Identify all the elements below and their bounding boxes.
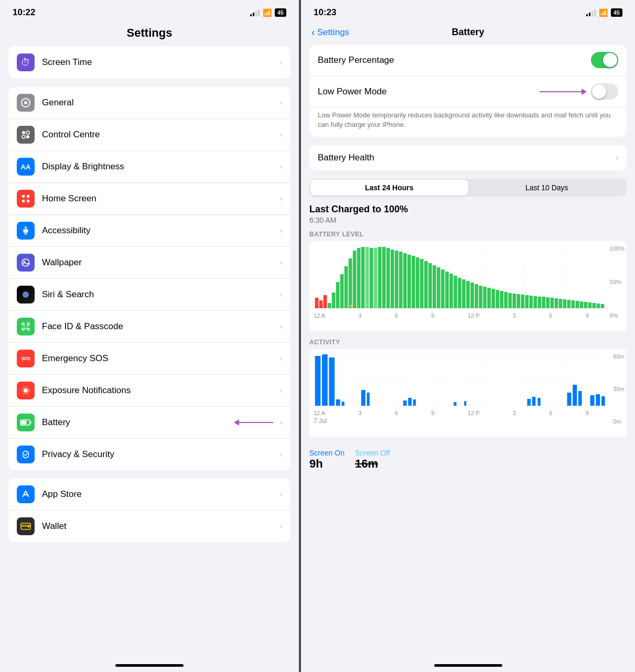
settings-group-1: General › Control Centre › [8, 87, 290, 470]
accessibility-row[interactable]: Accessibility › [8, 215, 290, 247]
svg-rect-51 [357, 248, 361, 308]
siri-search-row[interactable]: Siri & Search › [8, 279, 290, 311]
back-button[interactable]: ‹ Settings [311, 26, 349, 38]
svg-rect-49 [349, 258, 352, 308]
svg-rect-129 [413, 399, 416, 406]
svg-rect-59 [391, 250, 394, 308]
time-selector: Last 24 Hours Last 10 Days [309, 179, 627, 197]
battery-percentage-toggle[interactable] [591, 52, 618, 68]
home-screen-row[interactable]: Home Screen › [8, 183, 290, 215]
low-power-mode-row[interactable]: Low Power Mode [309, 76, 627, 107]
svg-rect-88 [512, 294, 516, 308]
screen-time-row[interactable]: ⏱ Screen Time › [8, 46, 290, 79]
svg-rect-104 [580, 301, 584, 308]
svg-rect-102 [572, 300, 575, 308]
svg-rect-89 [516, 294, 520, 308]
last-10-days-button[interactable]: Last 10 Days [468, 180, 626, 196]
svg-rect-54 [370, 248, 373, 308]
svg-rect-137 [578, 391, 582, 406]
svg-rect-60 [395, 251, 399, 308]
battery-percentage-thumb [603, 53, 617, 67]
svg-rect-98 [554, 298, 558, 308]
svg-point-1 [24, 101, 27, 104]
battery-health-row[interactable]: Battery Health › [309, 145, 627, 170]
svg-rect-140 [601, 396, 605, 406]
control-centre-row[interactable]: Control Centre › [8, 119, 290, 151]
app-store-row[interactable]: App Store › [8, 479, 290, 511]
svg-rect-87 [508, 293, 512, 308]
screen-time-chevron: › [279, 58, 282, 67]
battery-row[interactable]: Battery › [8, 407, 290, 439]
right-status-icons: 📶 45 [586, 8, 622, 17]
battery-toggles-card: Battery Percentage Low Power Mode [309, 45, 627, 137]
svg-rect-58 [386, 248, 390, 308]
svg-rect-64 [412, 256, 415, 308]
svg-rect-63 [407, 255, 411, 308]
svg-rect-124 [341, 402, 344, 406]
svg-rect-94 [537, 297, 541, 308]
screen-time-label: Screen Time [42, 57, 92, 68]
left-battery-badge: 45 [275, 8, 286, 17]
svg-point-21 [27, 326, 28, 327]
svg-rect-73 [449, 274, 453, 308]
face-id-icon [17, 318, 35, 335]
emergency-sos-label: Emergency SOS [42, 353, 109, 364]
settings-title: Settings [0, 22, 299, 46]
last-charged-title: Last Charged to 100% [309, 204, 627, 215]
siri-search-chevron: › [279, 290, 282, 299]
face-id-row[interactable]: Face ID & Passcode › [8, 311, 290, 343]
left-status-icons: 📶 45 [250, 8, 286, 17]
svg-rect-53 [365, 247, 369, 308]
svg-rect-67 [424, 261, 428, 308]
emergency-sos-row[interactable]: SOS Emergency SOS › [8, 343, 290, 375]
svg-rect-57 [382, 247, 386, 308]
svg-point-22 [24, 388, 28, 393]
control-centre-label: Control Centre [42, 129, 100, 140]
privacy-security-row[interactable]: Privacy & Security › [8, 439, 290, 470]
svg-rect-96 [546, 297, 550, 308]
svg-rect-61 [399, 252, 403, 308]
svg-rect-134 [537, 398, 540, 406]
right-home-bar [434, 664, 502, 667]
svg-rect-84 [496, 290, 499, 308]
display-brightness-icon: AA [17, 158, 35, 176]
right-phone: 10:23 📶 45 ‹ Settings Battery Battery Pe… [299, 0, 635, 672]
accessibility-icon [17, 222, 35, 240]
battery-y-50: 50% [610, 279, 625, 285]
screen-off-stat: Screen Off 16m [355, 449, 390, 471]
svg-rect-83 [491, 289, 495, 308]
battery-icon [17, 414, 35, 431]
last-24-hours-button[interactable]: Last 24 Hours [310, 180, 468, 196]
battery-health-chevron: › [616, 153, 618, 162]
emergency-sos-chevron: › [279, 354, 282, 363]
exposure-notifications-chevron: › [279, 386, 282, 395]
svg-rect-122 [329, 357, 335, 406]
display-brightness-label: Display & Brightness [42, 161, 124, 172]
general-row[interactable]: General › [8, 87, 290, 119]
battery-percentage-row[interactable]: Battery Percentage [309, 45, 627, 76]
svg-rect-18 [22, 328, 24, 330]
low-power-mode-toggle[interactable] [591, 83, 618, 100]
wallpaper-row[interactable]: Wallpaper › [8, 247, 290, 279]
accessibility-label: Accessibility [42, 225, 91, 236]
svg-rect-81 [483, 287, 487, 308]
screen-on-stat: Screen On 9h [309, 449, 345, 471]
svg-rect-17 [27, 323, 29, 325]
home-screen-icon [17, 190, 35, 208]
svg-rect-45 [332, 292, 336, 308]
svg-rect-69 [433, 265, 436, 308]
screen-stats: Screen On 9h Screen Off 16m [309, 445, 627, 475]
svg-rect-106 [588, 302, 592, 308]
display-brightness-row[interactable]: AA Display & Brightness › [8, 151, 290, 183]
svg-rect-74 [454, 276, 457, 308]
right-signal-icon [586, 9, 596, 16]
exposure-notifications-row[interactable]: Exposure Notifications › [8, 375, 290, 407]
svg-rect-16 [22, 323, 24, 325]
svg-rect-128 [408, 398, 412, 406]
wallet-row[interactable]: Wallet › [8, 511, 290, 542]
back-label: Settings [317, 27, 349, 38]
svg-line-12 [26, 232, 27, 235]
svg-point-15 [23, 291, 29, 298]
svg-rect-85 [500, 291, 503, 308]
svg-rect-9 [27, 200, 29, 202]
